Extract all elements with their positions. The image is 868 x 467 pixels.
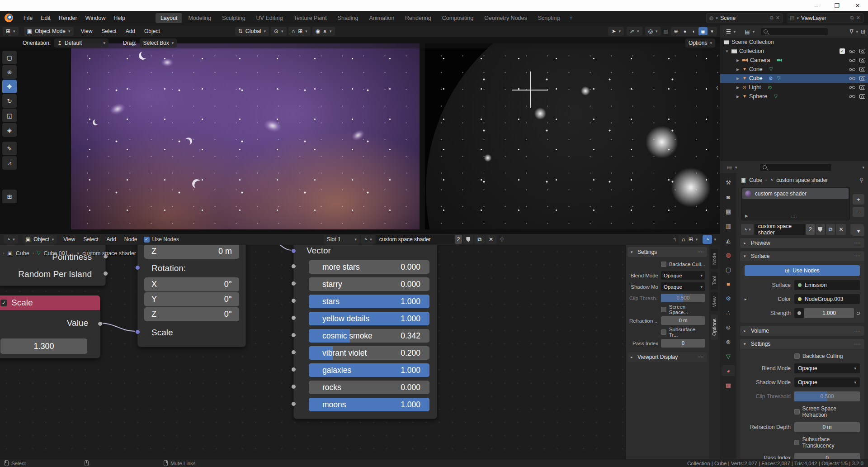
tab-texture-paint[interactable]: Texture Paint <box>289 13 332 23</box>
use-nodes-checkbox[interactable]: ✓ Use Nodes <box>144 236 179 243</box>
add-slot-button[interactable]: + <box>853 194 864 205</box>
breadcrumb-object[interactable]: Cube <box>749 177 762 183</box>
node-menu-node[interactable]: Node <box>123 235 139 243</box>
slider-stars[interactable]: stars 1.000 <box>309 295 429 308</box>
pin-icon[interactable]: ⚲ <box>500 237 504 243</box>
slider-yellow-details[interactable]: yellow details 1.000 <box>309 312 429 325</box>
tab-object[interactable]: ■ <box>722 278 735 289</box>
close-icon[interactable]: ✕ <box>776 15 780 21</box>
sidebar-tab-view[interactable]: View <box>711 292 718 311</box>
remove-slot-button[interactable]: − <box>853 207 864 217</box>
panel-grip[interactable]: ∷∷ <box>855 342 861 346</box>
node-group-space-shader[interactable]: Vector more stars 0.000 <box>293 245 437 419</box>
strength-slider[interactable]: 1.000 <box>804 308 854 318</box>
expand-icon[interactable]: ▶ <box>745 214 748 218</box>
shadow-mode-dropdown[interactable]: Opaque ▾ <box>661 282 705 291</box>
tool-add-cube[interactable]: ⊞ <box>2 190 17 203</box>
scene-selector[interactable]: ◍ ▾ Scene ⧉ ✕ <box>706 13 783 23</box>
tab-scene[interactable]: ◭ <box>722 235 735 246</box>
expand-icon[interactable]: ▶ <box>736 58 740 62</box>
shadow-mode-dropdown[interactable]: Opaque ▾ <box>794 377 860 387</box>
material-browse-button[interactable]: ◔ ▾ <box>361 235 375 244</box>
menu-render[interactable]: Render <box>55 13 81 23</box>
checkbox-icon[interactable] <box>794 409 800 415</box>
viewport-3d[interactable]: ⊞ ▾ ▣ Object Mode ▾ View Select Add Obje… <box>0 25 720 234</box>
material-name-field[interactable]: custom space shader <box>376 235 454 244</box>
clip-threshold-slider[interactable]: 0.500 <box>661 294 705 302</box>
eye-icon[interactable] <box>849 94 855 100</box>
tab-shading[interactable]: Shading <box>333 13 363 23</box>
proportional-editing-toggle[interactable]: ◉ ∧ ▾ <box>312 27 335 36</box>
sidebar-collapse-arrow[interactable]: ‹ <box>716 83 718 91</box>
panel-header-preview[interactable]: ▸ Preview ∷∷ <box>740 238 864 248</box>
socket-scale-input[interactable] <box>135 329 140 334</box>
xray-toggle[interactable]: ▥ <box>664 29 668 34</box>
eye-icon[interactable] <box>849 67 855 72</box>
resize-grip[interactable]: ∷∷ <box>791 214 797 219</box>
tab-world[interactable]: ◍ <box>722 249 735 260</box>
shading-material-button[interactable]: ◐ <box>689 27 698 35</box>
expand-icon[interactable]: ▶ <box>736 86 740 90</box>
blend-mode-dropdown[interactable]: Opaque ▾ <box>661 271 705 280</box>
rotation-y-field[interactable]: Y 0° <box>144 292 239 306</box>
panel-header-settings[interactable]: ▾ Settings ∷∷ <box>740 339 864 349</box>
socket-more-stars[interactable] <box>291 264 296 269</box>
socket-galaxies[interactable] <box>291 367 296 372</box>
tool-rotate[interactable]: ↻ <box>2 94 17 108</box>
viewport-menu-object[interactable]: Object <box>142 27 162 35</box>
tab-view-layer[interactable]: ▥ <box>722 220 735 231</box>
material-users-button[interactable]: 2 <box>455 235 462 244</box>
material-slot-item[interactable]: custom space shader <box>742 188 849 199</box>
tool-select-box[interactable]: ▢ <box>2 51 17 64</box>
backface-culling-row[interactable]: Backface Cull... <box>629 260 705 268</box>
slider-more-stars[interactable]: more stars 0.000 <box>309 260 429 274</box>
color-input-dropdown[interactable]: NodeGroup.003 <box>794 294 860 304</box>
node-mapping[interactable]: Z 0 m Rotation: X 0° Y 0° Z 0° Scale <box>137 245 246 347</box>
checkbox-icon[interactable] <box>661 307 666 312</box>
expand-icon[interactable]: ▶ <box>736 95 740 99</box>
material-slot-dropdown[interactable]: Slot 1 ▾ <box>324 235 360 244</box>
eye-icon[interactable] <box>849 85 855 91</box>
copy-icon[interactable]: ⧉ <box>850 15 854 21</box>
tab-layout[interactable]: Layout <box>156 13 183 23</box>
tab-scripting[interactable]: Scripting <box>533 13 565 23</box>
eye-icon[interactable] <box>849 76 855 81</box>
tab-animation[interactable]: Animation <box>364 13 400 23</box>
shading-solid-button[interactable]: ● <box>680 27 689 35</box>
tab-sculpting[interactable]: Sculpting <box>217 13 250 23</box>
new-collection-icon[interactable]: ⊞ <box>861 29 865 35</box>
display-mode-dropdown[interactable]: ☰ ▾ <box>723 27 739 36</box>
drag-dropdown[interactable]: Select Box ▾ <box>140 38 177 48</box>
panel-header-volume[interactable]: ▸ Volume ∷∷ <box>740 326 864 336</box>
socket-vibrant-violet[interactable] <box>291 350 296 355</box>
new-material-button[interactable]: ⧉ <box>474 235 485 244</box>
expand-icon[interactable]: ▸ <box>745 297 749 301</box>
checkbox-icon[interactable] <box>661 329 666 335</box>
expand-icon[interactable]: ▼ <box>725 49 729 53</box>
panel-grip[interactable]: ∷∷ <box>698 250 704 254</box>
chevron-down-icon[interactable]: ▾ <box>862 165 864 170</box>
shading-rendered-button[interactable]: ◉ <box>698 27 708 35</box>
location-z-field[interactable]: Z 0 m <box>144 245 239 259</box>
slider-cosmic-smoke[interactable]: cosmic smoke 0.342 <box>309 329 429 343</box>
tab-physics[interactable]: ⊚ <box>722 322 735 333</box>
menu-file[interactable]: File <box>19 13 37 23</box>
render-visibility-icon[interactable] <box>859 85 865 90</box>
checkbox-icon[interactable] <box>794 440 799 445</box>
overlays-button[interactable]: ◎ ▾ <box>645 27 661 36</box>
pass-index-field[interactable]: 0 <box>661 339 705 348</box>
options-dropdown[interactable]: Options ▾ <box>685 38 715 48</box>
unlink-button[interactable]: ✕ <box>836 224 846 235</box>
keyframe-dot-icon[interactable] <box>857 312 860 315</box>
slider-vibrant-violet[interactable]: vibrant violet 0.200 <box>309 346 429 360</box>
tab-uv-editing[interactable]: UV Editing <box>251 13 288 23</box>
tool-cursor[interactable]: ⊕ <box>2 65 17 79</box>
tool-measure[interactable]: ⊿ <box>2 156 17 170</box>
panel-header-settings[interactable]: ▾ Settings ∷∷ <box>627 247 707 257</box>
sidebar-tab-tool[interactable]: Tool <box>711 272 718 289</box>
slider-starry[interactable]: starry 0.000 <box>309 277 429 291</box>
close-button[interactable]: ✕ <box>847 0 868 11</box>
tab-render[interactable]: ◙ <box>722 191 735 202</box>
pass-index-field[interactable]: 0 <box>794 453 860 459</box>
tab-output[interactable]: ▤ <box>722 206 735 217</box>
